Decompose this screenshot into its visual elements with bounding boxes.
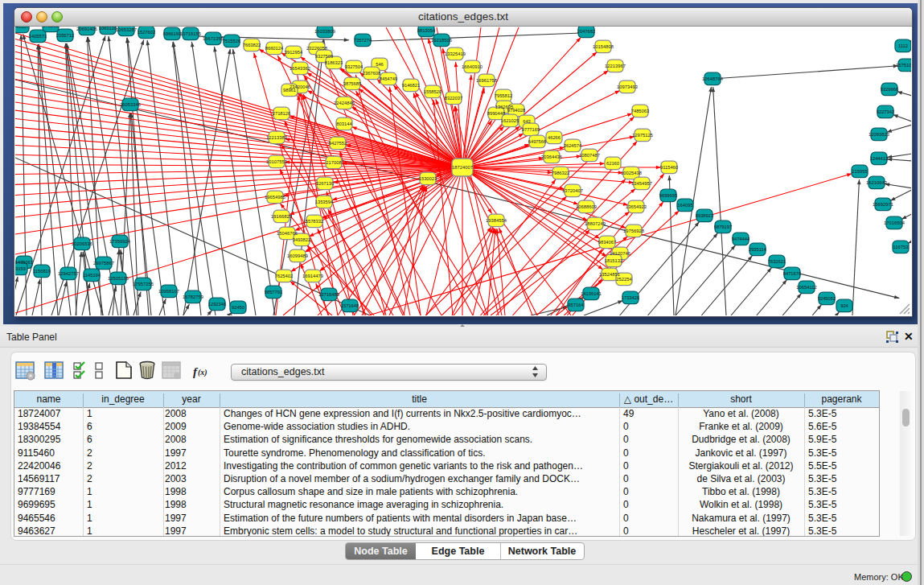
svg-text:1621025: 1621025 [501,118,519,123]
svg-text:9146821: 9146821 [402,83,421,88]
svg-text:1145194: 1145194 [83,273,101,278]
svg-text:9834067: 9834067 [598,240,617,245]
svg-text:13720407: 13720407 [562,188,583,193]
svg-text:12975125: 12975125 [632,133,653,138]
svg-text:10107553: 10107553 [266,159,287,164]
svg-text:15692971: 15692971 [873,202,893,207]
svg-text:17359924: 17359924 [109,239,131,244]
svg-text:10025438: 10025438 [621,171,642,175]
svg-text:13716485: 13716485 [318,292,339,297]
svg-text:16543362: 16543362 [290,66,310,71]
svg-text:22424845: 22424845 [334,101,355,105]
svg-text:1558520: 1558520 [424,89,442,94]
svg-text:8322037: 8322037 [445,96,463,101]
svg-text:7515526: 7515526 [223,39,241,43]
svg-text:39159: 39159 [15,266,26,271]
svg-text:9245052: 9245052 [818,296,836,301]
svg-text:546: 546 [376,62,384,67]
svg-text:1733426: 1733426 [622,295,640,300]
svg-text:1112: 1112 [898,43,908,48]
svg-text:92450: 92450 [232,305,244,310]
svg-text:18807249: 18807249 [585,221,606,226]
svg-text:9227342: 9227342 [877,109,895,114]
svg-text:3267130: 3267130 [316,181,335,186]
svg-text:16782759: 16782759 [183,295,203,299]
svg-text:13325419: 13325419 [445,51,466,56]
svg-text:643: 643 [523,119,531,124]
svg-text:13454957: 13454957 [631,181,652,186]
svg-text:940557: 940557 [15,27,29,29]
svg-text:1292346: 1292346 [208,302,227,307]
svg-text:8660124: 8660124 [265,46,284,51]
svg-text:15046766: 15046766 [277,231,298,236]
svg-text:26053346: 26053346 [120,102,141,107]
svg-text:16033809: 16033809 [314,29,335,34]
svg-text:3875685: 3875685 [343,81,362,86]
svg-text:10958107: 10958107 [158,289,179,294]
svg-text:9794028: 9794028 [507,108,526,113]
svg-text:217008: 217008 [326,160,341,165]
svg-text:16640910: 16640910 [462,64,483,69]
svg-text:2718126: 2718126 [273,111,291,116]
svg-text:873205: 873205 [43,27,58,28]
svg-text:1244413: 1244413 [870,156,889,161]
svg-text:2047682: 2047682 [577,29,596,34]
svg-text:17957255: 17957255 [133,282,154,286]
svg-text:8813054: 8813054 [417,28,436,33]
svg-text:10654112: 10654112 [796,285,816,290]
svg-text:6879197: 6879197 [714,225,733,229]
svg-text:10653287: 10653287 [116,27,137,32]
svg-text:15751074: 15751074 [896,63,911,68]
svg-text:7663822: 7663822 [243,43,261,47]
svg-text:6966160: 6966160 [163,31,182,36]
svg-text:17016504: 17016504 [884,220,906,225]
svg-text:19384554: 19384554 [486,218,507,223]
svg-text:164095: 164095 [677,203,692,208]
svg-text:3493822: 3493822 [293,237,311,242]
svg-text:252254: 252254 [616,277,632,282]
svg-text:7986322: 7986322 [552,171,570,175]
svg-text:2935114: 2935114 [749,247,767,252]
svg-text:18724007: 18724007 [452,165,473,170]
svg-text:5578332: 5578332 [306,219,324,224]
svg-text:1435061: 1435061 [15,260,33,265]
svg-text:62160: 62160 [606,161,619,166]
svg-text:924: 924 [840,303,848,308]
svg-text:10807487: 10807487 [579,153,600,158]
svg-text:9474444: 9474444 [732,237,750,241]
svg-text:19756928: 19756928 [623,229,644,233]
svg-text:3912954: 3912954 [285,50,303,55]
svg-text:12942757: 12942757 [58,271,79,276]
svg-text:3624574: 3624574 [564,143,582,148]
svg-text:9327504: 9327504 [345,64,363,69]
svg-text:2055712: 2055712 [56,33,75,38]
svg-text:8938923: 8938923 [696,213,714,218]
svg-text:14120746: 14120746 [610,251,630,256]
svg-text:9857791: 9857791 [265,290,283,295]
svg-text:16914479: 16914479 [302,274,323,278]
svg-text:14136141: 14136141 [581,291,602,296]
svg-text:20691406: 20691406 [76,27,97,31]
svg-text:1405571: 1405571 [29,34,47,39]
svg-text:1571648: 1571648 [341,303,359,308]
svg-text:13654923: 13654923 [626,204,647,209]
svg-text:20364436: 20364436 [541,154,562,159]
svg-text:1063120: 1063120 [99,27,117,31]
svg-text:1353594: 1353594 [315,200,334,204]
svg-text:7485063: 7485063 [631,109,650,113]
svg-text:16961758: 16961758 [476,78,497,83]
svg-text:6497566: 6497566 [528,139,547,144]
svg-text:8990448: 8990448 [487,111,506,116]
svg-text:10973493: 10973493 [617,84,638,89]
svg-text:9329966: 9329966 [881,87,899,92]
svg-text:10688609: 10688609 [576,204,597,209]
svg-text:1156819: 1156819 [33,269,51,274]
svg-text:9115460: 9115460 [660,165,678,170]
svg-text:8454749: 8454749 [380,76,398,81]
svg-text:9699695: 9699695 [659,193,678,198]
svg-text:7625402: 7625402 [275,274,294,278]
svg-text:957164: 957164 [568,303,584,307]
svg-text:46266: 46266 [548,135,561,140]
svg-text:98961: 98961 [283,88,296,93]
svg-text:1815132: 1815132 [605,258,623,263]
